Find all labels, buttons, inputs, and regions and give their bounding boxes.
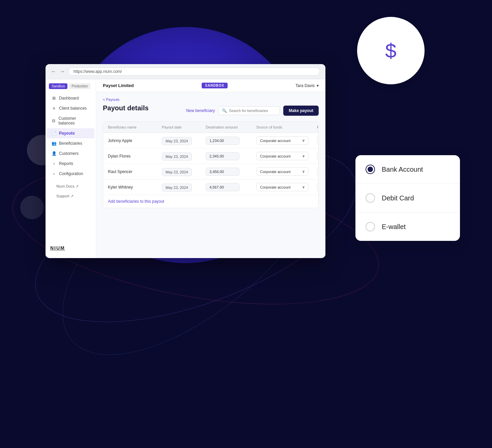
source-chevron-1: ∨: [302, 138, 305, 143]
app-header: Payset Limited SANDBOX Tara Davis ▾: [96, 79, 325, 92]
search-icon: 🔍: [222, 108, 227, 113]
amount-input-3[interactable]: [206, 168, 239, 176]
deco-circle-2: [20, 196, 44, 219]
forward-button[interactable]: →: [60, 68, 65, 75]
search-input[interactable]: [229, 109, 276, 113]
dashboard-icon: ⊞: [52, 96, 56, 101]
payment-option-label-bank-account: Bank Account: [382, 166, 423, 173]
user-name: Tara Davis: [295, 83, 315, 88]
app-layout: Sandbox Production ⊞ Dashboard ≡ Client …: [46, 79, 325, 258]
customer-balances-icon: ⊟: [52, 118, 56, 123]
payout-header: Payout details New beneficiary 🔍 Make pa…: [103, 104, 319, 117]
table-row: Johnny Apple May 23, 2024 Corporate acco…: [103, 133, 318, 148]
configuration-expand-icon: ›: [52, 171, 56, 176]
col-header-purpose: Purpose code: [317, 125, 319, 129]
source-dropdown-4[interactable]: Corporate account ∨: [256, 183, 309, 191]
beneficiaries-icon: 👥: [52, 141, 56, 146]
sidebar-item-label-customers: Customers: [59, 151, 79, 156]
browser-window: ← → Sandbox Production ⊞ Dashboard ≡ Cli…: [46, 64, 325, 258]
sidebar-item-label-customer-balances: Customer balances: [59, 116, 90, 125]
customers-icon: 👤: [52, 151, 56, 156]
sidebar-item-reports[interactable]: › Reports: [47, 159, 94, 169]
payout-table: Beneficiary name Payout date Destination…: [103, 121, 319, 208]
source-dropdown-2[interactable]: Corporate account ∨: [256, 152, 309, 160]
beneficiary-name-2: Dylan Flores: [108, 154, 162, 159]
sidebar-item-dashboard[interactable]: ⊞ Dashboard: [47, 93, 94, 103]
sidebar-item-customer-balances[interactable]: ⊟ Customer balances: [47, 113, 94, 128]
date-1: May 23, 2024: [162, 137, 192, 145]
sandbox-tab[interactable]: Sandbox: [49, 83, 67, 89]
breadcrumb-back: < Payouts: [103, 97, 119, 102]
sidebar-item-label-beneficiaries: Beneficiaries: [59, 141, 82, 146]
sidebar-item-label-payouts: Payouts: [59, 131, 75, 136]
purpose-dropdown-3[interactable]: 006 - Travel ∨: [317, 167, 319, 176]
beneficiary-name-1: Johnny Apple: [108, 138, 162, 143]
purpose-dropdown-4[interactable]: 006 - Travel ∨: [317, 183, 319, 191]
breadcrumb[interactable]: < Payouts: [103, 97, 319, 102]
source-value-4: Corporate account: [260, 185, 291, 189]
sidebar-item-customers[interactable]: 👤 Customers: [47, 148, 94, 159]
sidebar-item-label-client-balances: Client balances: [59, 106, 87, 111]
payment-option-label-debit-card: Debit Card: [382, 194, 414, 202]
radio-debit-card: [366, 193, 375, 203]
date-3: May 23, 2024: [162, 168, 192, 176]
dollar-circle: $: [357, 17, 425, 84]
table-row: Dylan Flores May 23, 2024 Corporate acco…: [103, 148, 318, 164]
col-header-name: Beneficiary name: [108, 125, 162, 129]
source-dropdown-3[interactable]: Corporate account ∨: [256, 167, 309, 176]
nium-docs-link[interactable]: Nium Docs ↗: [52, 181, 90, 191]
source-value-2: Corporate account: [260, 154, 291, 158]
date-4: May 23, 2024: [162, 184, 192, 192]
sidebar-item-label-configuration: Configuration: [59, 171, 83, 176]
source-chevron-3: ∨: [302, 169, 305, 174]
make-payout-button[interactable]: Make payout: [283, 106, 319, 116]
source-dropdown-1[interactable]: Corporate account ∨: [256, 136, 309, 145]
production-tab[interactable]: Production: [69, 83, 90, 89]
purpose-dropdown-2[interactable]: 006 - Travel ∨: [317, 152, 319, 160]
payment-option-debit-card[interactable]: Debit Card: [355, 184, 460, 213]
url-bar[interactable]: [68, 67, 320, 76]
radio-e-wallet: [366, 222, 375, 231]
page-title: Payout details: [103, 104, 149, 112]
purpose-dropdown-1[interactable]: 006 - Travel ∨: [317, 136, 319, 145]
source-chevron-2: ∨: [302, 154, 305, 158]
table-row: Raul Spencer May 23, 2024 Corporate acco…: [103, 164, 318, 179]
amount-input-4[interactable]: [206, 183, 239, 191]
reports-expand-icon: ›: [52, 161, 56, 166]
user-menu[interactable]: Tara Davis ▾: [295, 83, 319, 88]
sidebar-item-label-reports: Reports: [59, 161, 73, 166]
nium-docs-label: Nium Docs ↗: [56, 184, 79, 189]
dollar-sign: $: [385, 39, 396, 62]
radio-bank-account: [366, 165, 375, 174]
col-header-amount: Destination amount: [206, 125, 256, 129]
sidebar-item-payouts[interactable]: 📄 Payouts: [47, 128, 94, 138]
add-beneficiaries-link[interactable]: Add beneficiaries to this payout: [103, 195, 318, 208]
sidebar-item-client-balances[interactable]: ≡ Client balances: [47, 103, 94, 113]
col-header-date: Payout date: [162, 125, 206, 129]
user-chevron-icon: ▾: [317, 83, 319, 88]
payouts-icon: 📄: [52, 131, 56, 136]
client-balances-icon: ≡: [52, 106, 56, 111]
back-button[interactable]: ←: [51, 68, 56, 75]
payment-option-e-wallet[interactable]: E-wallet: [355, 213, 460, 241]
search-wrap: 🔍: [218, 106, 280, 115]
sidebar-item-label-dashboard: Dashboard: [59, 96, 79, 101]
new-beneficiary-button[interactable]: New beneficiary: [186, 108, 215, 113]
source-value-3: Corporate account: [260, 170, 291, 174]
sidebar-item-beneficiaries[interactable]: 👥 Beneficiaries: [47, 138, 94, 148]
env-tab-group: Sandbox Production: [49, 83, 92, 89]
source-value-1: Corporate account: [260, 139, 291, 143]
nium-logo: NIUM: [50, 245, 91, 251]
sidebar-item-configuration[interactable]: › Configuration: [47, 169, 94, 179]
date-2: May 23, 2024: [162, 152, 192, 161]
page-content: < Payouts Payout details New beneficiary…: [96, 92, 325, 214]
main-content: Payset Limited SANDBOX Tara Davis ▾ < Pa…: [96, 79, 325, 258]
amount-input-2[interactable]: [206, 152, 239, 160]
support-link[interactable]: Support ↗: [52, 191, 90, 201]
amount-input-1[interactable]: [206, 137, 239, 145]
radio-selected-indicator: [368, 167, 373, 172]
payment-option-bank-account[interactable]: Bank Account: [355, 155, 460, 184]
browser-toolbar: ← →: [46, 64, 325, 79]
payment-method-card: Bank Account Debit Card E-wallet: [355, 155, 460, 241]
company-name: Payset Limited: [103, 83, 134, 88]
